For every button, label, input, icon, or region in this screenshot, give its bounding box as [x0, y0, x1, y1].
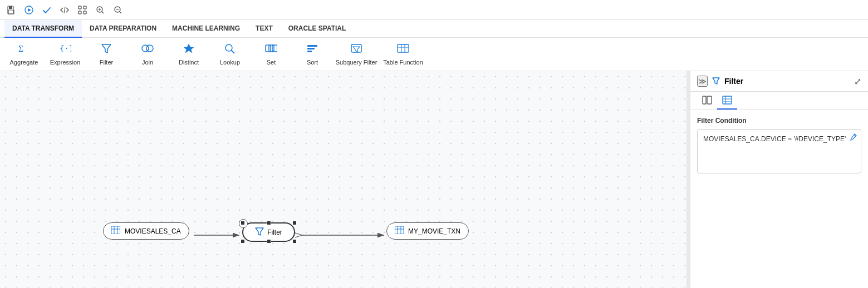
main-area: MOVIESALES_CA ✕ Filter MY_MOVIE_TXN: [0, 71, 868, 288]
tool-filter[interactable]: Filter: [87, 40, 126, 69]
lookup-label: Lookup: [220, 59, 240, 66]
top-toolbar: [0, 0, 868, 20]
nav-bar: DATA TRANSFORM DATA PREPARATION MACHINE …: [0, 20, 868, 38]
svg-line-41: [295, 235, 302, 237]
svg-point-23: [225, 44, 232, 51]
svg-rect-47: [395, 226, 404, 234]
filter-condition-box: MOVIESALES_CA.DEVICE = '#DEVICE_TYPE': [697, 129, 861, 173]
filter-condition-value: MOVIESALES_CA.DEVICE = '#DEVICE_TYPE': [703, 135, 846, 143]
svg-rect-7: [84, 6, 86, 9]
handle-tr: [292, 221, 297, 225]
handle-tc: [267, 221, 271, 225]
panel-title: Filter: [724, 77, 850, 86]
svg-marker-4: [28, 8, 31, 12]
table-icon-moviesales: [111, 226, 120, 236]
sort-icon: [306, 43, 318, 57]
aggregate-label: Aggregate: [10, 59, 38, 66]
distinct-icon: [183, 43, 194, 57]
canvas[interactable]: MOVIESALES_CA ✕ Filter MY_MOVIE_TXN: [0, 71, 686, 288]
svg-marker-46: [256, 228, 263, 235]
tool-expression[interactable]: {·} Expression: [46, 40, 85, 69]
svg-line-11: [102, 11, 104, 13]
svg-marker-32: [353, 47, 360, 52]
panel-tabs: [690, 92, 868, 110]
node-movie-txn-label: MY_MOVIE_TXN: [408, 227, 460, 235]
filter-edit-button[interactable]: [850, 133, 857, 142]
svg-rect-33: [398, 44, 409, 52]
node-movie-txn[interactable]: MY_MOVIE_TXN: [386, 222, 469, 240]
tool-sort[interactable]: Sort: [293, 40, 332, 69]
filter-label: Filter: [100, 59, 113, 66]
svg-rect-6: [79, 6, 81, 9]
svg-rect-52: [703, 96, 706, 104]
node-moviesales[interactable]: MOVIESALES_CA: [103, 222, 189, 240]
aggregate-icon: Σ: [18, 43, 30, 57]
fit-button[interactable]: [76, 3, 89, 17]
set-label: Set: [267, 59, 276, 66]
svg-rect-28: [307, 45, 317, 47]
svg-rect-26: [269, 45, 274, 52]
panel-tab-table[interactable]: [717, 92, 737, 110]
tool-subquery-filter[interactable]: Subquery Filter: [334, 40, 379, 69]
svg-rect-29: [307, 48, 315, 49]
svg-rect-25: [266, 45, 271, 52]
right-panel: ≫ Filter ⤢ Filter Condition MOVIESALES_C…: [690, 71, 868, 288]
svg-line-15: [120, 11, 122, 13]
zoom-out-button[interactable]: [111, 3, 125, 17]
svg-text:Σ: Σ: [18, 44, 23, 53]
svg-line-40: [295, 233, 302, 235]
filter-icon: [101, 43, 112, 57]
svg-marker-22: [184, 44, 194, 53]
svg-text:{·}: {·}: [60, 44, 71, 53]
handle-bl: [241, 239, 245, 244]
tool-lookup[interactable]: Lookup: [210, 40, 249, 69]
panel-expand-button[interactable]: ⤢: [854, 76, 861, 87]
panel-tab-columns[interactable]: [697, 92, 717, 110]
svg-marker-19: [102, 44, 111, 53]
expression-icon: {·}: [59, 43, 71, 57]
expression-label: Expression: [50, 59, 80, 66]
svg-rect-30: [307, 51, 312, 52]
panel-content: Filter Condition MOVIESALES_CA.DEVICE = …: [690, 110, 868, 288]
table-icon-movie-txn: [395, 226, 404, 236]
set-icon: [265, 43, 277, 57]
tool-distinct[interactable]: Distinct: [169, 40, 208, 69]
nav-data-preparation[interactable]: DATA PREPARATION: [82, 20, 164, 38]
svg-rect-1: [9, 6, 12, 9]
run-button[interactable]: [22, 3, 36, 17]
handle-tl: [241, 221, 245, 225]
tool-aggregate[interactable]: Σ Aggregate: [4, 40, 43, 69]
nav-machine-learning[interactable]: MACHINE LEARNING: [164, 20, 248, 38]
table-function-label: Table Function: [383, 59, 423, 66]
panel-header: ≫ Filter ⤢: [690, 71, 868, 92]
svg-rect-54: [723, 96, 732, 104]
nav-text[interactable]: TEXT: [248, 20, 281, 38]
tool-join[interactable]: Join: [128, 40, 167, 69]
svg-rect-27: [272, 45, 277, 52]
nav-oracle-spatial[interactable]: ORACLE SPATIAL: [281, 20, 354, 38]
tool-table-function[interactable]: Table Function: [381, 40, 425, 69]
panel-collapse-button[interactable]: ≫: [697, 76, 708, 87]
node-filter-label: Filter: [267, 229, 282, 236]
sort-label: Sort: [307, 59, 318, 66]
code-button[interactable]: [58, 3, 71, 17]
validate-button[interactable]: [40, 3, 53, 17]
svg-rect-9: [84, 11, 86, 14]
save-button[interactable]: [4, 3, 18, 17]
subquery-filter-icon: [350, 43, 362, 57]
svg-rect-42: [111, 226, 120, 234]
svg-point-21: [146, 45, 153, 52]
tool-set[interactable]: Set: [252, 40, 291, 69]
node-filter[interactable]: ✕ Filter: [242, 222, 295, 242]
tool-palette: Σ Aggregate {·} Expression Filter Join D…: [0, 38, 868, 71]
canvas-connections: [0, 71, 686, 288]
zoom-in-button[interactable]: [94, 3, 107, 17]
handle-bc: [267, 239, 271, 244]
filter-node-icon: [255, 227, 264, 237]
node-moviesales-label: MOVIESALES_CA: [125, 227, 181, 235]
svg-line-24: [232, 51, 235, 54]
distinct-label: Distinct: [179, 59, 199, 66]
lookup-icon: [224, 43, 236, 57]
nav-data-transform[interactable]: DATA TRANSFORM: [4, 20, 82, 38]
svg-rect-53: [707, 96, 712, 104]
